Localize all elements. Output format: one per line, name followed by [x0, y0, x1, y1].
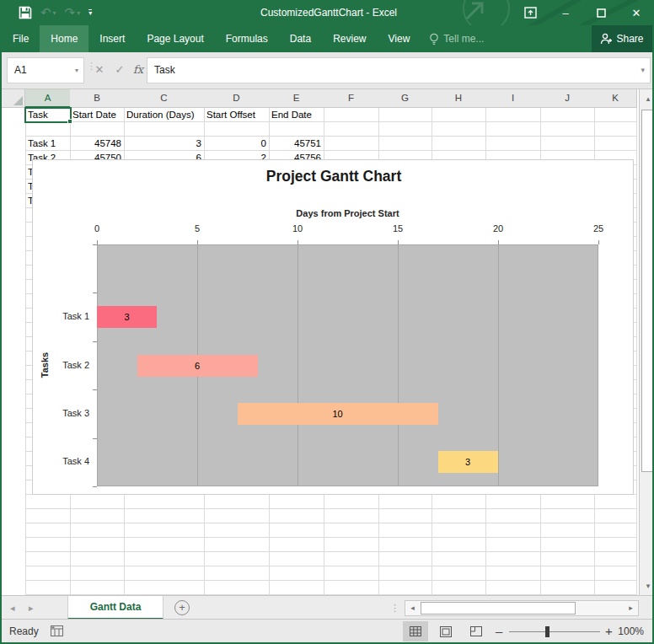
enter-button[interactable]: ✓	[110, 57, 130, 83]
ribbon-tab-data[interactable]: Data	[279, 25, 322, 52]
column-header-h[interactable]: H	[432, 89, 486, 108]
column-header-d[interactable]: D	[204, 89, 270, 108]
chart-title: Project Gantt Chart	[33, 168, 635, 185]
column-header-f[interactable]: F	[324, 89, 379, 108]
share-person-icon	[600, 33, 612, 45]
x-tick-label: 15	[385, 223, 410, 233]
zoom-out-button[interactable]: –	[496, 620, 502, 643]
scroll-down-icon[interactable]: ▾	[641, 577, 654, 594]
cell[interactable]: 45748	[70, 137, 124, 151]
share-button[interactable]: Share	[592, 25, 652, 52]
tell-me-label: Tell me...	[443, 33, 484, 45]
minimize-button[interactable]: –	[551, 2, 580, 24]
chart-gridline	[398, 244, 399, 486]
cell[interactable]: Start Offset	[204, 108, 269, 122]
formula-input[interactable]: Task ▾	[147, 57, 651, 83]
zoom-level[interactable]: 100%	[618, 620, 644, 643]
cell[interactable]: 3	[124, 137, 204, 151]
normal-view-icon	[410, 626, 421, 636]
y-tick-mark	[93, 389, 97, 390]
column-header-k[interactable]: K	[594, 89, 637, 108]
ribbon-tab-file[interactable]: File	[2, 25, 40, 52]
tell-me-box[interactable]: Tell me...	[421, 25, 492, 52]
ribbon-tab-review[interactable]: Review	[322, 25, 377, 52]
column-header-b[interactable]: B	[70, 89, 125, 108]
column-header-j[interactable]: J	[540, 89, 595, 108]
gridline	[25, 580, 636, 581]
ribbon-tab-page-layout[interactable]: Page Layout	[136, 25, 214, 52]
y-tick-mark	[93, 341, 97, 342]
column-header-c[interactable]: C	[124, 89, 205, 108]
name-box[interactable]: A1 ▾	[7, 57, 84, 83]
cell[interactable]: Task 1	[25, 137, 70, 151]
gantt-bar[interactable]: 3	[438, 451, 498, 473]
x-tick-label: 20	[485, 223, 511, 233]
gantt-chart[interactable]: Project Gantt Chart Days from Project St…	[32, 159, 634, 495]
scroll-up-icon[interactable]: ▴	[641, 90, 654, 107]
sheet-tab-gantt-data[interactable]: Gantt Data	[67, 596, 164, 620]
cell[interactable]: End Date	[269, 108, 324, 122]
category-label: Task 3	[33, 408, 89, 418]
zoom-slider-thumb[interactable]	[545, 626, 549, 637]
previous-sheet-icon[interactable]: ◂	[10, 596, 15, 620]
normal-view-button[interactable]	[403, 621, 428, 641]
gantt-bar[interactable]: 3	[97, 306, 157, 328]
page-break-preview-icon	[470, 626, 482, 636]
zoom-slider-track[interactable]	[509, 631, 600, 632]
formula-bar-expand-icon[interactable]: ▾	[641, 58, 645, 83]
insert-function-button[interactable]: fx	[128, 57, 148, 83]
column-header-a[interactable]: A	[25, 89, 71, 108]
cell[interactable]: Duration (Days)	[124, 108, 204, 122]
chart-gridline	[298, 244, 298, 486]
x-tick-mark	[598, 240, 599, 244]
gantt-bar[interactable]: 10	[238, 403, 438, 425]
ribbon-tab-view[interactable]: View	[378, 25, 421, 52]
next-sheet-icon[interactable]: ▸	[29, 596, 34, 620]
scroll-left-icon[interactable]: ◂	[406, 601, 419, 615]
close-button[interactable]: ✕	[622, 2, 651, 24]
ribbon-display-options-button[interactable]	[516, 2, 544, 24]
share-label: Share	[616, 33, 643, 45]
x-tick-label: 5	[185, 223, 210, 233]
fill-handle[interactable]	[67, 119, 72, 124]
ribbon-tabs: FileHomeInsertPage LayoutFormulasDataRev…	[2, 25, 421, 52]
lightbulb-icon	[429, 33, 439, 46]
cell[interactable]: Start Date	[70, 108, 124, 122]
cell[interactable]: 45751	[269, 137, 324, 151]
gantt-bar[interactable]: 6	[137, 355, 258, 377]
column-header-g[interactable]: G	[378, 89, 432, 108]
maximize-button[interactable]	[587, 2, 615, 24]
ribbon-display-options-icon	[524, 7, 537, 19]
x-tick-label: 0	[84, 223, 110, 233]
macro-record-button[interactable]	[51, 625, 63, 639]
chart-x-axis-title: Days from Project Start	[97, 208, 598, 218]
window-controls: – ✕	[516, 0, 651, 25]
column-header-i[interactable]: I	[485, 89, 541, 108]
new-sheet-button[interactable]: +	[174, 600, 190, 615]
page-layout-view-button[interactable]	[433, 621, 458, 641]
gridline	[25, 508, 636, 509]
zoom-in-button[interactable]: +	[605, 620, 613, 643]
horizontal-scrollbar[interactable]: ◂ ▸	[405, 600, 639, 616]
ribbon-tab-home[interactable]: Home	[40, 25, 88, 52]
sheet-tab-bar: ◂ ▸ Gantt Data + ⋮ ◂ ▸	[2, 595, 654, 619]
cell[interactable]: 0	[204, 137, 269, 151]
ribbon-tab-formulas[interactable]: Formulas	[215, 25, 279, 52]
gridline	[25, 566, 636, 566]
cancel-button[interactable]: ✕	[89, 57, 110, 83]
tab-scroll-splitter[interactable]: ⋮	[390, 596, 399, 620]
horizontal-scroll-thumb[interactable]	[421, 602, 576, 614]
name-box-dropdown-icon[interactable]: ▾	[75, 58, 78, 83]
select-all-icon	[13, 96, 23, 105]
page-break-preview-button[interactable]	[464, 621, 489, 641]
ribbon-tab-insert[interactable]: Insert	[88, 25, 136, 52]
vertical-scroll-thumb[interactable]	[641, 110, 654, 472]
selection-border	[24, 107, 72, 123]
formula-value: Task	[154, 64, 175, 76]
select-all-button[interactable]	[2, 89, 25, 108]
scroll-right-icon[interactable]: ▸	[625, 601, 637, 615]
maximize-icon	[597, 8, 606, 18]
vertical-scrollbar[interactable]: ▴ ▾	[639, 89, 654, 595]
column-header-e[interactable]: E	[269, 89, 324, 108]
page-layout-view-icon	[440, 626, 452, 637]
